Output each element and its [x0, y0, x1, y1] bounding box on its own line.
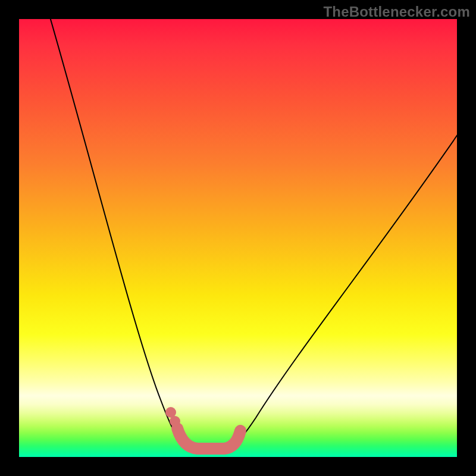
- curve-overlay: [19, 19, 457, 457]
- trough-marker: [177, 428, 240, 449]
- watermark-text: TheBottlenecker.com: [323, 4, 470, 20]
- left-curve: [49, 19, 186, 447]
- plot-area: [19, 19, 457, 457]
- chart-container: TheBottlenecker.com: [0, 0, 476, 476]
- right-curve: [230, 132, 457, 448]
- marker-dot-2: [170, 416, 180, 427]
